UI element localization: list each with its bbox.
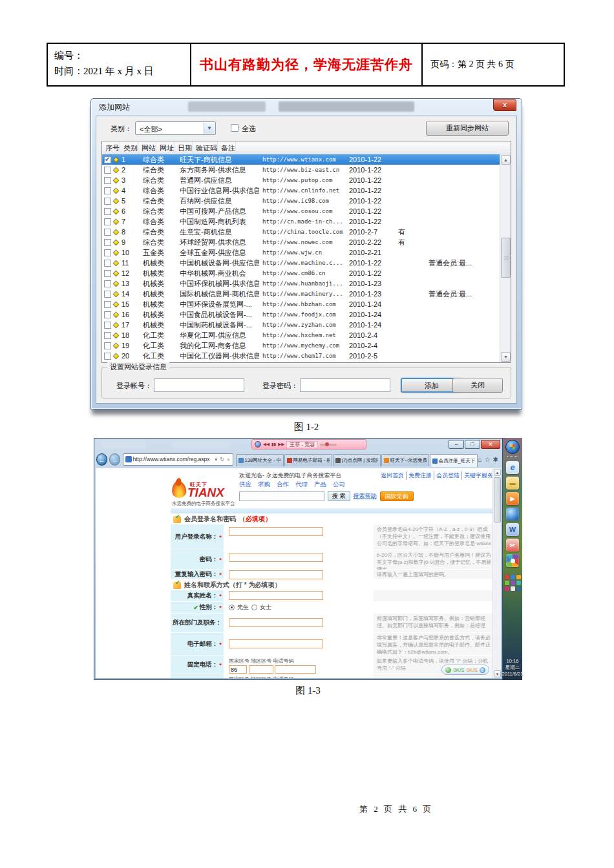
link-home[interactable]: 返回首页: [379, 471, 406, 480]
table-row[interactable]: 17 机械类 中国制药机械设备网-... http://www.zyzhan.c…: [102, 320, 511, 330]
table-row[interactable]: 14 机械类 国际机械信息网-商机信息 http://www.machinery…: [102, 289, 511, 299]
row-checkbox[interactable]: [104, 239, 111, 246]
maximize-icon[interactable]: □: [465, 440, 480, 449]
tab-register[interactable]: 会员注册_旺天下: [430, 454, 478, 467]
column-header[interactable]: 日期: [175, 141, 193, 154]
tab-138-daquan[interactable]: 138网址大全 - 中国最..: [236, 454, 284, 466]
account-input[interactable]: [154, 378, 244, 392]
tray-icon[interactable]: [516, 586, 521, 591]
gender-male-radio[interactable]: [229, 604, 235, 610]
phone-area-input[interactable]: [249, 665, 273, 674]
phone-number-input[interactable]: [275, 665, 316, 674]
refresh-icon[interactable]: ↻: [219, 457, 225, 462]
realname-input[interactable]: [229, 591, 323, 600]
row-checkbox[interactable]: [104, 270, 111, 277]
row-checkbox[interactable]: [104, 156, 111, 163]
close-icon[interactable]: x: [493, 99, 516, 111]
link-keyword[interactable]: 关键字服务: [461, 471, 495, 480]
search-help-link[interactable]: 搜索帮助: [354, 492, 377, 501]
table-row[interactable]: 10 五金类 全球五金网-供应信息 http://www.wjw.cn 2010…: [102, 247, 511, 258]
table-row[interactable]: 15 机械类 中国环保设备展览网-... http://www.hbzhan.c…: [102, 299, 511, 309]
column-header[interactable]: 网站: [138, 141, 156, 154]
table-row[interactable]: 8 综合类 生意宝-商机信息 http://china.toocle.com 2…: [102, 227, 511, 237]
scroll-down-icon[interactable]: ▼: [501, 352, 511, 362]
ie-icon[interactable]: e: [506, 461, 519, 474]
tab-wtianx-home[interactable]: 旺天下--永远免费电..: [381, 454, 429, 466]
column-header[interactable]: 网址: [156, 141, 175, 154]
column-header[interactable]: 类别: [120, 141, 138, 154]
browser-sphere-icon[interactable]: [506, 508, 519, 521]
row-checkbox[interactable]: [104, 167, 111, 174]
chevron-down-icon[interactable]: ▼: [204, 123, 215, 134]
page-scrollbar[interactable]: ▲ ▼: [492, 468, 501, 678]
tray-icon[interactable]: [511, 575, 515, 579]
tray-icon[interactable]: [511, 586, 515, 591]
department-input[interactable]: [229, 618, 323, 627]
row-checkbox[interactable]: [104, 260, 111, 267]
row-checkbox[interactable]: [104, 198, 111, 205]
password2-input[interactable]: [229, 570, 323, 579]
table-row[interactable]: 20 化工类 中国化工仪器网-供求信息 http://www.chem17.co…: [102, 351, 511, 361]
scroll-down-icon[interactable]: ▼: [494, 670, 501, 677]
password-input[interactable]: [300, 378, 390, 392]
search-button[interactable]: 搜 索: [328, 491, 350, 501]
row-checkbox[interactable]: [104, 229, 111, 236]
table-row[interactable]: 4 综合类 中国行业信息网-供求信息 http://www.cnlinfo.ne…: [102, 185, 511, 196]
nav-company[interactable]: 公司: [333, 480, 345, 489]
table-row[interactable]: 7 综合类 中国制造网-商机列表 http://cn.made-in-ch...…: [102, 216, 511, 227]
link-register[interactable]: 免费注册: [406, 471, 434, 480]
nav-coop[interactable]: 合作: [277, 480, 289, 489]
table-row[interactable]: 19 化工类 我的化工网-商务信息 http://www.mychemy.com…: [102, 340, 511, 351]
tray-icon[interactable]: [505, 586, 509, 591]
nav-buy[interactable]: 求购: [258, 480, 270, 489]
row-checkbox[interactable]: [104, 218, 111, 225]
tab-diandian[interactable]: (7)点点网 | 发现问...: [333, 454, 381, 466]
table-row[interactable]: 9 综合类 环球经贸网-供求信息 http://www.nowec.com 20…: [102, 237, 511, 247]
column-header[interactable]: 备注: [218, 141, 236, 154]
phone-country-input[interactable]: [229, 665, 247, 674]
table-row[interactable]: 3 综合类 普通网-供应信息 http://www.putop.com 2010…: [102, 175, 511, 185]
dialog-titlebar[interactable]: 添加网站 x: [91, 99, 522, 116]
scrollbar-thumb[interactable]: [501, 238, 511, 278]
row-checkbox[interactable]: [104, 342, 111, 349]
row-checkbox[interactable]: [104, 187, 111, 194]
snip-icon[interactable]: ✂: [506, 539, 519, 552]
password-input[interactable]: [229, 553, 323, 562]
windows-start-icon[interactable]: [505, 440, 520, 454]
browser-titlebar[interactable]: – □ ✕ ◀◀ ▮▮ ▶▶ 王菲 - 宽容: [94, 439, 502, 451]
autocomplete-dropdown-icon[interactable]: ▾: [214, 457, 218, 462]
scroll-up-icon[interactable]: ▲: [494, 469, 501, 476]
back-icon[interactable]: ←: [96, 453, 107, 466]
pause-icon[interactable]: ▮▮: [271, 442, 276, 447]
table-row[interactable]: 1 综合类 旺天下-商机信息 http://www.wtianx.com 201…: [102, 154, 511, 165]
next-track-icon[interactable]: ▶▶: [278, 442, 284, 447]
volume-slider[interactable]: [320, 444, 337, 446]
address-bar[interactable]: http://www.wtianx.com/reg.aspx ▾ ↻ ×: [123, 453, 233, 466]
tray-icon[interactable]: [516, 575, 521, 579]
scroll-up-icon[interactable]: ▲: [501, 155, 511, 165]
table-row[interactable]: 11 机械类 中国机械设备网-供应信息 http://www.machine.c…: [102, 258, 511, 268]
row-checkbox[interactable]: [104, 353, 111, 360]
picasa-icon[interactable]: [506, 554, 519, 567]
row-checkbox[interactable]: [104, 311, 111, 318]
table-row[interactable]: 5 综合类 百纳网-供应信息 http://www.ic98.com 2010-…: [102, 196, 511, 206]
username-input[interactable]: [229, 527, 323, 536]
scrollbar-thumb[interactable]: [494, 477, 501, 522]
nav-product[interactable]: 产品: [314, 480, 326, 489]
nav-agent[interactable]: 代理: [295, 480, 308, 489]
minimize-icon[interactable]: –: [449, 440, 464, 449]
previous-track-icon[interactable]: ◀◀: [263, 442, 270, 447]
gear-icon[interactable]: ✱: [493, 456, 498, 463]
row-checkbox[interactable]: [104, 301, 111, 308]
row-checkbox[interactable]: [104, 280, 111, 287]
nav-supply[interactable]: 供应: [239, 480, 251, 489]
row-checkbox[interactable]: [104, 208, 111, 215]
network-speed-widget[interactable]: 0K/S 0K/S e: [441, 665, 489, 675]
row-checkbox[interactable]: [104, 322, 111, 329]
home-icon[interactable]: ⌂: [478, 456, 482, 463]
row-checkbox[interactable]: [104, 291, 111, 298]
media-player-icon[interactable]: ▶: [506, 492, 519, 505]
tray-icon[interactable]: [505, 581, 509, 585]
table-row[interactable]: 2 综合类 东方商务网-供求信息 http://www.biz-east.cn …: [102, 165, 511, 175]
folder-icon[interactable]: ▬: [506, 477, 519, 490]
